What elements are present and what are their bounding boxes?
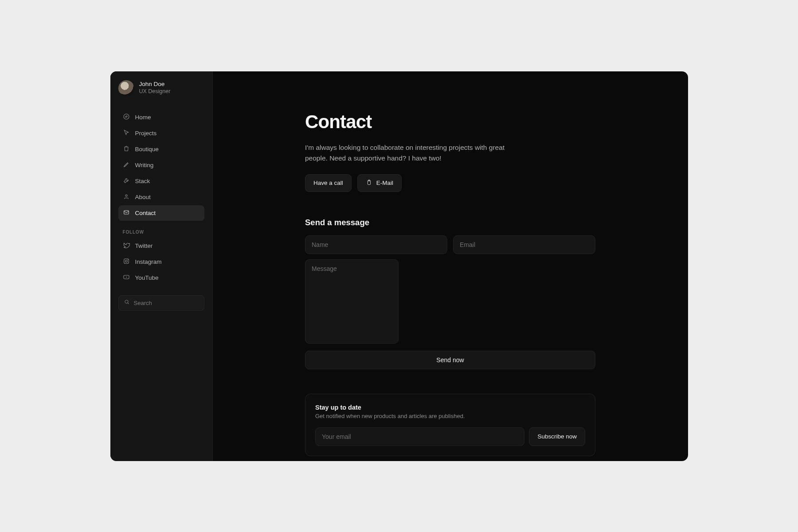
- have-a-call-button[interactable]: Have a call: [305, 174, 352, 192]
- wrench-icon: [123, 177, 130, 185]
- clipboard-icon: [366, 179, 372, 187]
- subscribe-email-field[interactable]: [315, 427, 524, 446]
- sidebar-item-label: YouTube: [135, 274, 159, 281]
- subscribe-card: Stay up to date Get notified when new pr…: [305, 394, 595, 456]
- mail-icon: [123, 209, 130, 217]
- sidebar-item-label: Home: [135, 114, 151, 121]
- profile-block[interactable]: John Doe UX Designer: [118, 79, 204, 96]
- sidebar: John Doe UX Designer Home Projects: [110, 71, 213, 461]
- primary-nav: Home Projects Boutique Writing: [118, 110, 204, 221]
- form-title: Send a message: [305, 218, 595, 227]
- follow-nav: Twitter Instagram YouTube: [118, 238, 204, 286]
- subscribe-title: Stay up to date: [315, 404, 585, 411]
- pencil-icon: [123, 161, 130, 169]
- sidebar-item-contact[interactable]: Contact: [118, 205, 204, 221]
- svg-point-5: [125, 260, 127, 262]
- message-field[interactable]: [305, 259, 399, 344]
- svg-point-6: [127, 259, 128, 260]
- search-icon: [124, 299, 130, 307]
- svg-rect-3: [124, 211, 129, 214]
- action-row: Have a call E-Mail: [305, 174, 595, 192]
- name-field[interactable]: [305, 235, 447, 254]
- sidebar-item-label: About: [135, 194, 151, 200]
- search-input[interactable]: [134, 300, 199, 306]
- instagram-icon: [123, 258, 130, 266]
- page-subtitle: I'm always looking to collaborate on int…: [305, 142, 518, 164]
- subscribe-subtitle: Get notified when new products and artic…: [315, 413, 585, 419]
- svg-marker-8: [126, 276, 127, 278]
- svg-point-9: [125, 300, 128, 303]
- sidebar-item-about[interactable]: About: [118, 189, 204, 205]
- sidebar-item-boutique[interactable]: Boutique: [118, 141, 204, 157]
- subscribe-row: Subscribe now: [315, 427, 585, 446]
- sidebar-item-label: Writing: [135, 162, 154, 168]
- sidebar-item-projects[interactable]: Projects: [118, 125, 204, 141]
- subscribe-now-button[interactable]: Subscribe now: [529, 427, 585, 446]
- sidebar-item-youtube[interactable]: YouTube: [118, 270, 204, 286]
- send-now-button[interactable]: Send now: [305, 351, 595, 369]
- compass-icon: [123, 113, 130, 121]
- sidebar-item-label: Projects: [135, 130, 157, 137]
- svg-marker-1: [125, 116, 127, 117]
- app-window: John Doe UX Designer Home Projects: [110, 71, 688, 461]
- sidebar-item-label: Boutique: [135, 146, 159, 153]
- search-input-container[interactable]: [118, 295, 204, 311]
- profile-role: UX Designer: [139, 88, 171, 95]
- sidebar-item-label: Instagram: [135, 258, 162, 265]
- svg-line-10: [128, 303, 129, 304]
- email-field[interactable]: [453, 235, 595, 254]
- email-button[interactable]: E-Mail: [357, 174, 402, 192]
- sidebar-item-writing[interactable]: Writing: [118, 157, 204, 173]
- sidebar-item-label: Contact: [135, 210, 156, 216]
- shopping-bag-icon: [123, 145, 130, 153]
- button-label: E-Mail: [376, 180, 393, 186]
- content: Contact I'm always looking to collaborat…: [305, 111, 595, 461]
- main-content: Contact I'm always looking to collaborat…: [213, 71, 688, 461]
- sidebar-item-label: Twitter: [135, 243, 153, 249]
- profile-name: John Doe: [139, 81, 171, 88]
- sidebar-item-twitter[interactable]: Twitter: [118, 238, 204, 254]
- sidebar-item-label: Stack: [135, 178, 150, 184]
- page-title: Contact: [305, 111, 595, 133]
- twitter-icon: [123, 242, 130, 250]
- button-label: Have a call: [313, 180, 343, 186]
- sidebar-item-instagram[interactable]: Instagram: [118, 254, 204, 270]
- sidebar-item-stack[interactable]: Stack: [118, 173, 204, 189]
- sidebar-item-home[interactable]: Home: [118, 110, 204, 125]
- profile-text: John Doe UX Designer: [139, 81, 171, 95]
- youtube-icon: [123, 274, 130, 282]
- avatar: [118, 80, 134, 96]
- svg-point-0: [124, 114, 129, 119]
- search-wrap: [118, 295, 204, 311]
- follow-section-label: FOLLOW: [123, 230, 204, 235]
- cursor-icon: [123, 129, 130, 137]
- user-icon: [123, 193, 130, 201]
- form-row-name-email: [305, 235, 595, 254]
- svg-point-2: [125, 195, 127, 196]
